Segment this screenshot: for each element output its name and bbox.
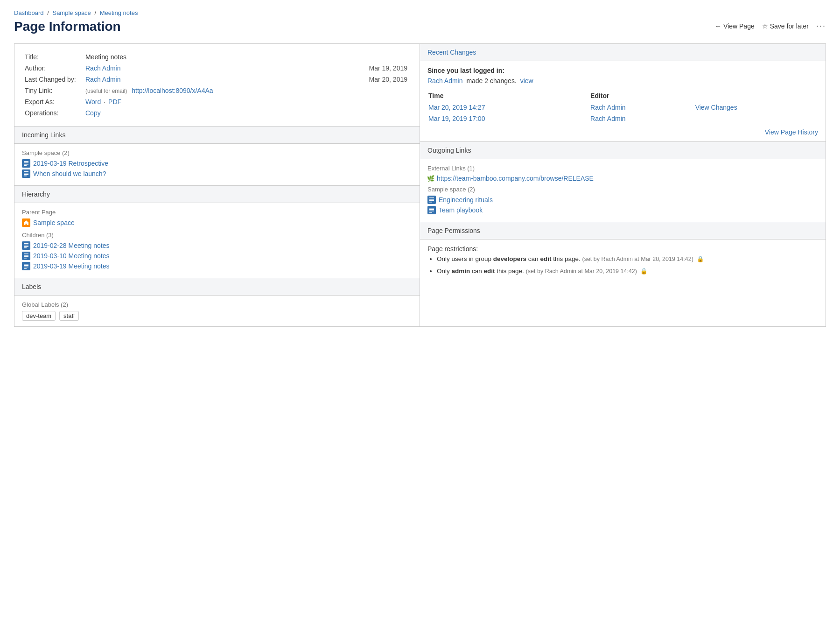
svg-rect-23 [429, 202, 432, 203]
info-table: Title: Meeting notes Author: Rach Admin … [22, 51, 412, 119]
page-restrictions-label: Page restrictions: [427, 245, 818, 253]
export-label: Export As: [22, 96, 83, 107]
view-page-history-container: View Page History [427, 128, 818, 136]
more-options-button[interactable]: ··· [816, 21, 826, 31]
perm-bold1-1: developers [493, 255, 526, 262]
last-changed-label: Last Changed by: [22, 74, 83, 85]
svg-rect-24 [429, 208, 434, 209]
author-link[interactable]: Rach Admin [85, 64, 120, 72]
time-header: Time [428, 90, 589, 101]
left-panel: Title: Meeting notes Author: Rach Admin … [14, 44, 420, 326]
breadcrumb-sample-space[interactable]: Sample space [52, 9, 91, 16]
child-link-1: 2019-02-28 Meeting notes [22, 241, 412, 250]
title-label: Title: [22, 51, 83, 63]
permissions-body: Page restrictions: Only users in group d… [420, 240, 826, 285]
view-page-history-link[interactable]: View Page History [765, 128, 818, 136]
perm-text-before-1: Only users in group [437, 255, 493, 262]
svg-rect-20 [429, 197, 434, 198]
page-icon-1 [22, 159, 30, 168]
outgoing-link-2-label[interactable]: Team playbook [439, 206, 483, 214]
changes-author-link[interactable]: Rach Admin [427, 77, 462, 85]
view-page-button[interactable]: ← View Page [715, 22, 755, 30]
perm-set-by-1: (set by Rach Admin at Mar 20, 2019 14:42… [582, 256, 704, 262]
svg-rect-7 [24, 176, 27, 176]
outgoing-links-header: Outgoing Links [420, 142, 826, 159]
page-title: Page Information [14, 19, 121, 34]
change-editor-2: Rach Admin [590, 113, 694, 124]
external-link-item: 🌿 https://team-bamboo.company.com/browse… [427, 175, 818, 182]
info-row-title: Title: Meeting notes [22, 51, 412, 63]
export-pdf-link[interactable]: PDF [108, 98, 121, 106]
svg-rect-6 [24, 174, 28, 175]
save-for-later-button[interactable]: ☆ Save for later [762, 22, 809, 30]
child-link-2-label[interactable]: 2019-03-10 Meeting notes [33, 252, 109, 260]
svg-rect-27 [429, 212, 432, 213]
hierarchy-header: Hierarchy [14, 186, 420, 203]
info-row-tiny-link: Tiny Link: (useful for email) http://loc… [22, 85, 412, 96]
svg-rect-10 [24, 246, 28, 247]
label-tag-staff[interactable]: staff [59, 311, 79, 321]
recent-changes-body: Since you last logged in: Rach Admin mad… [420, 61, 826, 141]
tiny-link-label: Tiny Link: [22, 85, 83, 96]
incoming-link-1-label[interactable]: 2019-03-19 Retrospective [33, 160, 108, 167]
hierarchy-section: Hierarchy Parent Page Sample space Child… [14, 186, 420, 278]
recent-changes-section: Recent Changes Since you last logged in:… [420, 44, 826, 142]
page-header: Page Information ← View Page ☆ Save for … [14, 19, 826, 34]
recent-changes-header: Recent Changes [420, 44, 826, 61]
svg-rect-2 [24, 164, 28, 165]
tiny-link-value[interactable]: http://localhost:8090/x/A4Aa [132, 87, 213, 94]
incoming-link-1: 2019-03-19 Retrospective [22, 159, 412, 168]
svg-rect-5 [24, 173, 28, 174]
permission-item-1: Only users in group developers can edit … [437, 254, 818, 264]
breadcrumb-meeting-notes[interactable]: Meeting notes [100, 9, 138, 16]
change-view-1: View Changes [695, 102, 817, 113]
label-tag-dev-team[interactable]: dev-team [22, 311, 56, 321]
change-row-1: Mar 20, 2019 14:27 Rach Admin View Chang… [428, 102, 817, 113]
author-date: Mar 19, 2019 [238, 63, 412, 74]
outgoing-link-1-label[interactable]: Engineering rituals [439, 196, 493, 204]
star-icon: ☆ [762, 22, 768, 30]
incoming-links-header: Incoming Links [14, 127, 420, 144]
changes-summary-text: made 2 changes. [466, 77, 516, 85]
changes-view-link[interactable]: view [520, 77, 533, 85]
info-table-section: Title: Meeting notes Author: Rach Admin … [14, 44, 420, 127]
export-word-link[interactable]: Word [85, 98, 101, 106]
svg-rect-14 [24, 256, 28, 257]
svg-rect-15 [24, 258, 27, 259]
external-link[interactable]: https://team-bamboo.company.com/browse/R… [437, 175, 594, 182]
incoming-link-2-label[interactable]: When should we launch? [33, 170, 106, 177]
parent-page-item: Sample space [22, 218, 412, 227]
outgoing-sample-space-label: Sample space (2) [427, 186, 818, 193]
author-label: Author: [22, 63, 83, 74]
perm-text-mid-1: can [526, 255, 540, 262]
copy-link[interactable]: Copy [85, 109, 101, 117]
parent-page-link[interactable]: Sample space [33, 219, 75, 226]
perm-text-after-2: this page. [495, 268, 524, 275]
editor-header: Editor [590, 90, 694, 101]
title-value: Meeting notes [83, 51, 412, 63]
svg-rect-26 [429, 211, 434, 211]
info-row-last-changed: Last Changed by: Rach Admin Mar 20, 2019 [22, 74, 412, 85]
bamboo-icon: 🌿 [427, 175, 434, 182]
child-link-3: 2019-03-19 Meeting notes [22, 262, 412, 270]
svg-rect-18 [24, 267, 28, 268]
labels-tags: dev-team staff [22, 311, 412, 321]
perm-set-by-2: (set by Rach Admin at Mar 20, 2019 14:42… [526, 268, 648, 275]
breadcrumb-dashboard[interactable]: Dashboard [14, 9, 44, 16]
child-link-3-label[interactable]: 2019-03-19 Meeting notes [33, 262, 109, 270]
last-changed-link[interactable]: Rach Admin [85, 76, 120, 83]
permissions-list: Only users in group developers can edit … [427, 254, 818, 276]
svg-rect-17 [24, 265, 28, 266]
perm-text-after-1: this page. [551, 255, 580, 262]
outgoing-link-2: Team playbook [427, 206, 818, 214]
svg-rect-22 [429, 200, 434, 201]
child-link-1-label[interactable]: 2019-02-28 Meeting notes [33, 242, 109, 249]
svg-rect-21 [429, 199, 434, 200]
svg-rect-9 [24, 245, 28, 246]
operations-label: Operations: [22, 107, 83, 119]
perm-text-before-2: Only [437, 268, 452, 275]
perm-bold2-1: edit [540, 255, 551, 262]
export-cell: Word · PDF [83, 96, 412, 107]
child-page-icon-2 [22, 252, 30, 260]
permissions-section: Page Permissions Page restrictions: Only… [420, 222, 826, 285]
